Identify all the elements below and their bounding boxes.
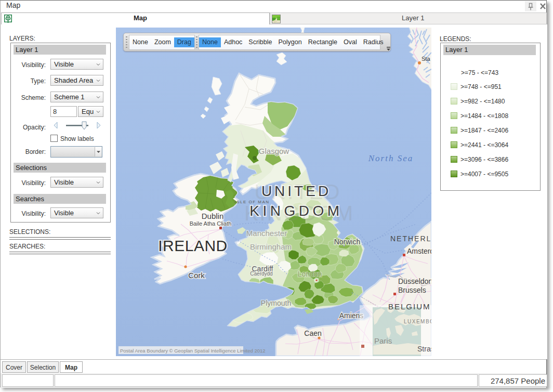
svg-text:LUXEMBO: LUXEMBO	[404, 319, 431, 324]
svg-text:Paris: Paris	[374, 336, 392, 345]
svg-text:Cork: Cork	[188, 271, 205, 280]
svg-text:NETHERLANDS: NETHERLANDS	[390, 234, 431, 243]
svg-text:Sta: Sta	[422, 56, 430, 62]
svg-text:London: London	[298, 270, 322, 278]
svg-text:Baile Atha Cliath: Baile Atha Cliath	[190, 220, 232, 227]
svg-text:Glasgow: Glasgow	[259, 147, 289, 155]
svg-text:Norwich: Norwich	[334, 238, 361, 246]
svg-text:Stras: Stras	[417, 345, 431, 353]
svg-text:KINGDOM: KINGDOM	[249, 203, 343, 219]
svg-text:Manchester: Manchester	[246, 229, 287, 238]
svg-text:ISLE OF MAN: ISLE OF MAN	[234, 200, 269, 204]
svg-text:Amsterdam: Amsterdam	[407, 247, 431, 255]
svg-text:Caen: Caen	[304, 329, 321, 337]
svg-text:Birmingham: Birmingham	[250, 242, 292, 251]
svg-text:Caerdydd: Caerdydd	[250, 271, 272, 277]
svg-text:Plymouth: Plymouth	[261, 299, 291, 307]
svg-text:Dublin: Dublin	[202, 212, 224, 220]
svg-text:Brussels: Brussels	[398, 286, 426, 294]
svg-text:North Sea: North Sea	[368, 153, 413, 163]
svg-text:BELGIUM: BELGIUM	[388, 302, 431, 311]
svg-text:Düsseldorf: Düsseldorf	[398, 277, 431, 285]
svg-text:UNITED: UNITED	[261, 183, 331, 199]
svg-text:IRELAND: IRELAND	[158, 237, 228, 254]
